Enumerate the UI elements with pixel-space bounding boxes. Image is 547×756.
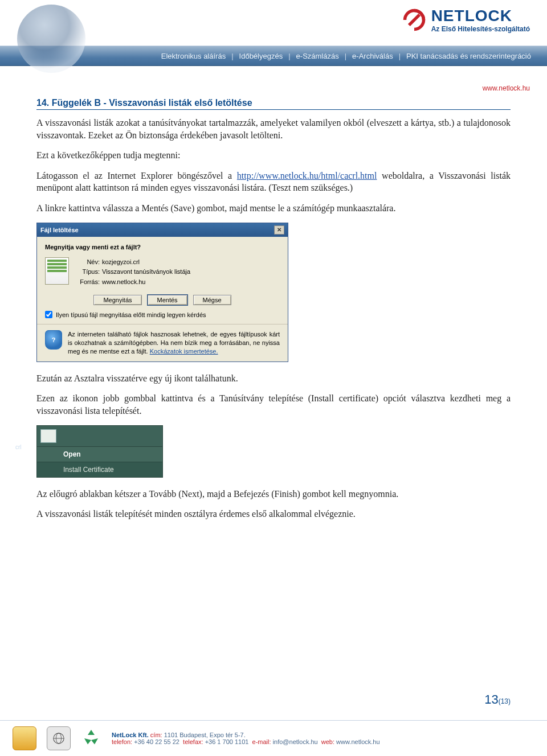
- paragraph: Az előugró ablakban kétszer a Tovább (Ne…: [36, 488, 511, 500]
- fingerprint-graphic: [17, 5, 85, 73]
- file-icon: [45, 257, 69, 285]
- risk-link[interactable]: Kockázatok ismertetése.: [150, 348, 218, 355]
- nav-item[interactable]: PKI tanácsadás és rendszerintegráció: [406, 52, 531, 60]
- brand-logo: NETLOCK Az Első Hitelesítés-szolgáltató: [402, 7, 530, 33]
- always-ask-checkbox[interactable]: Ilyen típusú fájl megnyitása előtt mindi…: [45, 311, 280, 318]
- page-number: 13(13): [484, 692, 511, 707]
- file-ext-label: crl: [15, 444, 22, 450]
- ctx-install-certificate[interactable]: Install Certificate: [37, 462, 162, 477]
- file-info: Név:kozjegyzoi.crl Típus:Visszavont tanú…: [75, 257, 190, 287]
- dialog-titlebar: Fájl letöltése ✕: [37, 223, 288, 237]
- header-url: www.netlock.hu: [0, 66, 547, 92]
- moodys-badge-icon: [47, 726, 71, 750]
- footer-text: NetLock Kft. cím: 1101 Budapest, Expo té…: [112, 732, 380, 745]
- cancel-button[interactable]: Mégse: [193, 295, 231, 305]
- paragraph: A linkre kattintva válassza a Mentés (Sa…: [36, 202, 511, 215]
- netlock-mark-icon: [402, 7, 427, 32]
- nav-item[interactable]: e-Számlázás: [296, 52, 339, 60]
- checkbox-input[interactable]: [45, 311, 52, 318]
- sgs-badge-icon: [13, 726, 36, 750]
- page-header: NETLOCK Az Első Hitelesítés-szolgáltató: [0, 0, 547, 46]
- paragraph: Ezen az ikonon jobb gombbal kattintva és…: [36, 392, 511, 417]
- paragraph: Ezt a következőképpen tudja megtenni:: [36, 149, 511, 162]
- dialog-title: Fájl letöltése: [40, 227, 79, 233]
- document-body: 14. Függelék B - Visszavonási listák els…: [0, 92, 547, 520]
- crl-link[interactable]: http://www.netlock.hu/html/cacrl.html: [237, 171, 377, 180]
- paragraph: A visszavonási listák azokat a tanúsítvá…: [36, 117, 511, 141]
- open-button[interactable]: Megnyitás: [93, 295, 141, 305]
- recycle-icon: [81, 728, 101, 749]
- file-download-dialog: Fájl letöltése ✕ Megnyitja vagy menti ez…: [36, 223, 288, 362]
- shield-icon: [45, 330, 62, 350]
- nav-item[interactable]: Elektronikus aláírás: [161, 52, 226, 60]
- ctx-open[interactable]: Open: [37, 446, 162, 462]
- page-footer: NetLock Kft. cím: 1101 Budapest, Expo té…: [0, 720, 547, 756]
- paragraph: A visszavonási listák telepítését minden…: [36, 508, 511, 520]
- brand-tagline: Az Első Hitelesítés-szolgáltató: [431, 25, 530, 33]
- nav-item[interactable]: e-Archiválás: [352, 52, 393, 60]
- crl-file-icon: [40, 429, 56, 443]
- dialog-warning: Az interneten található fájlok hasznosak…: [68, 330, 280, 356]
- context-menu: crl Open Install Certificate: [36, 425, 163, 478]
- dialog-question: Megnyitja vagy menti ezt a fájlt?: [45, 244, 280, 250]
- section-title: 14. Függelék B - Visszavonási listák els…: [36, 98, 511, 110]
- globe-icon: [52, 732, 65, 745]
- brand-name: NETLOCK: [431, 7, 530, 25]
- save-button[interactable]: Mentés: [148, 295, 187, 305]
- paragraph: Ezután az Asztalra visszatérve egy új ik…: [36, 372, 511, 385]
- nav-item[interactable]: Időbélyegzés: [239, 52, 283, 60]
- paragraph: Látogasson el az Internet Explorer böngé…: [36, 170, 511, 194]
- close-icon[interactable]: ✕: [274, 225, 284, 235]
